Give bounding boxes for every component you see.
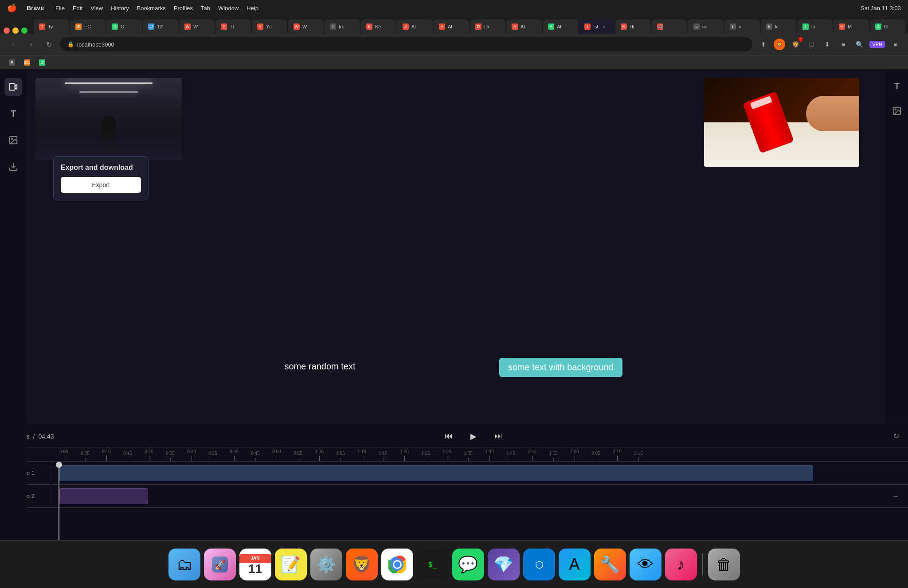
browser-tab[interactable]: A Al (397, 20, 433, 34)
tab-label: Al (557, 24, 561, 29)
track-clip-2[interactable] (59, 488, 148, 504)
dock-calendar[interactable]: JAN 11 (239, 549, 271, 580)
canvas-area[interactable]: Export and download Export some (27, 69, 886, 425)
menu-profiles[interactable]: Profiles (174, 5, 193, 12)
tab-close-button[interactable]: × (603, 24, 605, 29)
browser-tab[interactable]: A Al (434, 20, 469, 34)
play-button[interactable]: ▶ (466, 429, 481, 443)
track-clip-1[interactable] (59, 465, 813, 481)
vpn-badge[interactable]: VPN (869, 41, 885, 48)
browser-tab[interactable]: H Hi (615, 20, 651, 34)
minimize-window-button[interactable] (12, 27, 19, 34)
browser-tab[interactable]: W W (288, 20, 324, 34)
browser-tab[interactable]: r ri (724, 20, 760, 34)
playhead-handle[interactable] (56, 462, 62, 468)
browser-tab[interactable]: G G (106, 20, 142, 34)
dock-music[interactable]: ♪ (665, 549, 697, 580)
menu-window[interactable]: Window (218, 5, 239, 12)
brave-shield-icon[interactable]: 🦁 (774, 39, 785, 50)
browser-tab[interactable]: E EC (70, 20, 106, 34)
browser-tab[interactable]: f frc (325, 20, 360, 34)
browser-tab[interactable]: W W (179, 20, 215, 34)
text-tool-button[interactable]: T (4, 105, 22, 122)
ruler-mark: 1:20 (394, 449, 415, 461)
browser-tab[interactable]: D Di (470, 20, 505, 34)
dock-launchpad[interactable]: 🚀 (204, 549, 236, 580)
video-tool-button[interactable] (4, 78, 22, 96)
forward-button[interactable]: › (25, 38, 37, 51)
menu-bookmarks[interactable]: Bookmarks (137, 5, 166, 12)
right-image-icon[interactable] (889, 103, 905, 119)
skip-forward-button[interactable]: ⏭ (491, 429, 505, 443)
svg-point-11 (394, 561, 400, 568)
refresh-button[interactable]: ↻ (893, 432, 899, 440)
app-name[interactable]: Brave (27, 4, 44, 12)
dock-system-settings[interactable]: ⚙️ (310, 549, 342, 580)
dock-vscode[interactable]: ⬡ (523, 549, 555, 580)
rewards-icon[interactable]: 🦁 1 (790, 39, 801, 50)
bookmark-item[interactable]: G (35, 58, 49, 67)
track-lane-2: ▶ Video 2 → (0, 485, 908, 508)
playhead[interactable] (59, 462, 59, 540)
dock-finder[interactable]: 🗂 (168, 549, 200, 580)
browser-tab[interactable]: 12 12 (143, 20, 178, 34)
search-icon[interactable]: 🔍 (853, 39, 865, 50)
dock-instruments[interactable]: 🔧 (594, 549, 626, 580)
image-tool-button[interactable] (4, 131, 22, 149)
video-thumbnail-1[interactable] (35, 78, 182, 161)
browser-tab[interactable]: G G (870, 20, 905, 34)
back-button[interactable]: ‹ (7, 38, 20, 51)
skip-back-button[interactable]: ⏮ (442, 429, 456, 443)
menu-view[interactable]: View (90, 5, 103, 12)
menu-help[interactable]: Help (247, 5, 258, 12)
menu-file[interactable]: File (55, 5, 65, 12)
dock-chrome[interactable] (381, 549, 413, 580)
dock-brave[interactable]: 🦁 (346, 549, 378, 580)
bookmark-item[interactable]: EC (20, 58, 34, 67)
track-content-2[interactable]: → (53, 485, 908, 507)
ruler-mark: 1:25 (415, 451, 436, 461)
share-icon[interactable]: ⬆ (758, 39, 769, 50)
browser-tab[interactable]: Y Yc (252, 20, 287, 34)
sidebar-icon[interactable]: ≡ (838, 39, 849, 50)
browser-tab-active[interactable]: I Isl × (579, 20, 614, 34)
menu-edit[interactable]: Edit (73, 5, 82, 12)
browser-tab[interactable]: A Al (543, 20, 578, 34)
menu-history[interactable]: History (111, 5, 129, 12)
apple-menu[interactable]: 🍎 (7, 3, 17, 13)
right-text-icon[interactable]: T (889, 78, 905, 94)
dock-preview[interactable]: 👁 (630, 549, 661, 580)
track-content-1[interactable] (53, 462, 908, 484)
download-tool-button[interactable] (4, 158, 22, 176)
video-thumbnail-2[interactable] (704, 78, 859, 167)
url-bar[interactable]: 🔒 localhost:3000 (60, 37, 752, 51)
browser-tab[interactable]: T Ty (34, 20, 69, 34)
browser-tab[interactable]: 🔊 (652, 20, 687, 34)
canvas-text-with-background[interactable]: some text with background (499, 358, 622, 377)
browser-tab[interactable]: T Tt (215, 20, 251, 34)
browser-tab[interactable]: s se (688, 20, 724, 34)
dock-terminal[interactable]: $_ (417, 549, 449, 580)
bookmark-item[interactable]: P (5, 58, 19, 67)
browser-tab[interactable]: l lo (797, 20, 833, 34)
dock-obsidian[interactable]: 💎 (488, 549, 520, 580)
dock-notes[interactable]: 📝 (275, 549, 307, 580)
browser-tab[interactable]: M M (834, 20, 869, 34)
export-button[interactable]: Export (61, 177, 141, 193)
tab-label: Isl (593, 24, 598, 29)
browser-tab[interactable]: A At (506, 20, 542, 34)
dock-whatsapp[interactable]: 💬 (452, 549, 484, 580)
canvas-text-plain[interactable]: some random text (284, 361, 355, 372)
menu-icon[interactable]: ≡ (889, 39, 901, 50)
dock-trash[interactable]: 🗑 (708, 549, 740, 580)
downloads-icon[interactable]: ⬇ (822, 39, 833, 50)
browser-tab[interactable]: k kl (761, 20, 796, 34)
reload-button[interactable]: ↻ (43, 38, 55, 51)
close-window-button[interactable] (4, 27, 10, 34)
fullscreen-window-button[interactable] (21, 27, 27, 34)
dock-app-store[interactable]: A (559, 549, 591, 580)
browser-tab[interactable]: K Ke (361, 20, 396, 34)
bookmarks-icon[interactable]: □ (806, 39, 817, 50)
tab-label: Yc (266, 24, 272, 29)
menu-tab[interactable]: Tab (201, 5, 210, 12)
